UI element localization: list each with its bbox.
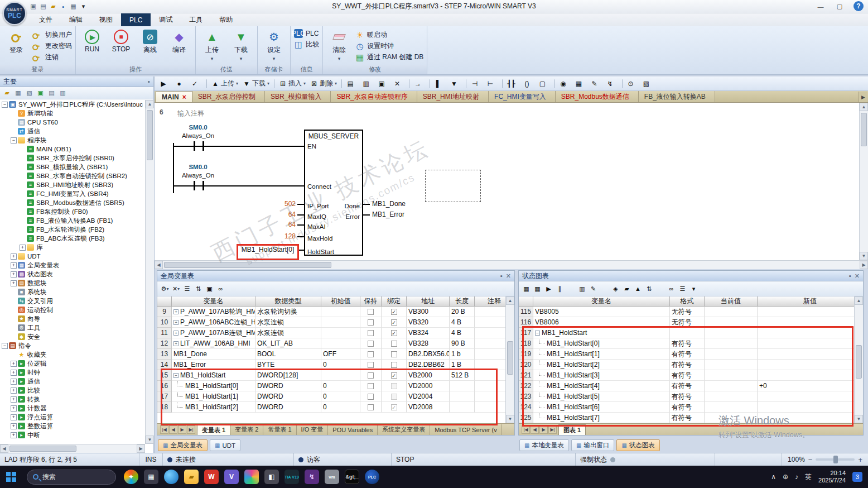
insert-button[interactable]: ⊞ 插入 ▾ [277, 78, 307, 89]
terminal-icon[interactable]: &gt;_ [345, 470, 359, 484]
tree-bit-logic[interactable]: 位逻辑 [0, 359, 145, 368]
tree-expander-icon[interactable] [11, 432, 17, 438]
gvt-column-header[interactable]: 初始值 [321, 296, 360, 307]
tab-sbr-hmi-mapping[interactable]: SBR_HMI地址映射 [417, 91, 489, 102]
panel-button-status-chart[interactable]: ▦状态图表 [616, 439, 659, 451]
tree-expander-icon[interactable] [20, 173, 26, 179]
table-icon[interactable]: ▦ [13, 88, 23, 98]
variable-row[interactable]: 13 MB1_Done BOOL OFF DB2.DBX56.0 1 b [157, 349, 514, 360]
download-button[interactable]: ▼ 下载 ▾ [241, 78, 271, 89]
variable-row[interactable]: 10 P_AWW_106ABC连锁_HMI 水泵连锁 VB320 4 B [157, 317, 514, 328]
bind-checkbox[interactable] [391, 330, 397, 336]
tree-fb2[interactable]: FB_水泵轮询切换 (FB2) [0, 225, 145, 234]
wps-icon[interactable]: W [204, 470, 219, 484]
gvt-column-header[interactable]: 数据类型 [255, 296, 321, 307]
tree-sbr3[interactable]: SBR_HMI地址映射 (SBR3) [0, 180, 145, 189]
pages-icon[interactable]: ▥ [360, 78, 375, 89]
pin-icon[interactable]: ▪ [500, 272, 503, 279]
tree-expander-icon[interactable] [20, 146, 26, 152]
tree-cpu[interactable]: CPU ST60 [0, 118, 145, 127]
tree-expander-icon[interactable] [20, 182, 26, 188]
open-icon[interactable]: ▰ [2, 88, 12, 98]
tree-expander-icon[interactable] [11, 352, 17, 358]
run-button[interactable]: RUN [79, 28, 105, 54]
bind-checkbox[interactable] [391, 362, 397, 368]
tray-chevron-icon[interactable]: ∧ [771, 473, 776, 481]
addressing-icon[interactable]: ◉ [558, 78, 572, 89]
tree-expander-icon[interactable] [11, 361, 17, 367]
variable-row[interactable]: 18 MB1_HoldStart[2] DWORD 0 VD2008 [157, 402, 514, 413]
done-operand[interactable]: MB1_Done [372, 200, 406, 208]
tree-expander-icon[interactable] [2, 102, 8, 108]
tree-udt[interactable]: UDT [0, 252, 145, 261]
row-expander-icon[interactable] [173, 320, 179, 325]
tree-fb0[interactable]: FB泵控制块 (FB0) [0, 207, 145, 216]
pause-icon[interactable]: ∥ [555, 284, 565, 294]
value-maxiq[interactable]: 64 [262, 210, 296, 218]
login-button[interactable]: 登录 [3, 28, 29, 56]
editor-toolbar-button[interactable] [274, 79, 274, 88]
run-icon[interactable]: ▶ [158, 78, 172, 89]
zoom-icon[interactable]: ⊙ [625, 78, 640, 89]
tab-fc-hmi-write[interactable]: FC_HMI变量写入 [489, 91, 556, 102]
status-row[interactable]: 117 MB1_HoldStart [519, 328, 863, 338]
bookmark-icon[interactable]: ▌ [433, 78, 447, 89]
close-icon[interactable]: ✕ [855, 272, 860, 280]
smart-plc-icon[interactable]: PLC [365, 470, 379, 484]
next-tab-icon[interactable]: ▶ [178, 425, 186, 434]
zoom-control[interactable]: 100% − + [782, 453, 868, 466]
list-icon[interactable]: ▤ [47, 88, 56, 98]
goto-icon[interactable]: → [412, 78, 427, 89]
row-expander-icon[interactable] [173, 373, 179, 378]
tree-expander-icon[interactable] [20, 155, 26, 161]
tree-whats-new[interactable]: 新增功能 [0, 109, 145, 118]
panel-button-output-window[interactable]: ▦输出窗口 [571, 439, 614, 451]
row-expander-icon[interactable] [535, 331, 540, 336]
menu-view[interactable]: 视图 [91, 13, 121, 26]
link-icon[interactable]: ∞ [667, 284, 676, 294]
gvt-vertical-scrollbar[interactable]: ▲ ▼ [505, 296, 514, 423]
tree-sbr2[interactable]: SBR_水泵自动连锁控制 (SBR2) [0, 171, 145, 180]
gvt-tab-modbus[interactable]: Modbus TCP Server (v [430, 424, 501, 435]
tree-expander-icon[interactable] [11, 289, 17, 295]
next-tab-icon[interactable]: ▶ [539, 425, 548, 434]
upload-button[interactable]: 上传 ▾ [199, 28, 225, 63]
tree-expander-icon[interactable] [20, 200, 26, 206]
upload-button[interactable]: ▲ 上传 ▾ [210, 78, 240, 89]
editor-vertical-scrollbar[interactable]: ▲ ▼ [859, 103, 868, 260]
tree-clock[interactable]: 时钟 [0, 368, 145, 377]
editor-toolbar-button[interactable] [206, 79, 207, 88]
contact-address[interactable]: SM0.0 [179, 124, 218, 131]
design-app-icon[interactable]: ↯ [305, 470, 319, 484]
retain-checkbox[interactable] [368, 341, 374, 347]
tree-favorites[interactable]: 收藏夹 [0, 350, 145, 359]
tree-main-ob1[interactable]: MAIN (OB1) [0, 145, 145, 154]
tree-expander-icon[interactable] [11, 387, 17, 394]
zoom-out-icon[interactable]: − [808, 456, 813, 464]
tab-sbr-pump-interlock[interactable]: SBR_水泵自动连锁程序 [331, 91, 417, 102]
status-row[interactable]: 121 MB1_HoldStart[3] 有符号 [519, 370, 863, 381]
tree-global-variable-table[interactable]: 全局变量表 [0, 261, 145, 270]
sc-column-header[interactable]: 当前值 [705, 296, 758, 307]
row-expander-icon[interactable] [173, 331, 179, 336]
retain-checkbox[interactable] [368, 362, 374, 368]
grid-icon[interactable]: ▥ [58, 88, 67, 98]
photos-icon[interactable] [244, 470, 259, 484]
value-maxhold[interactable]: 128 [262, 232, 296, 240]
bind-checkbox[interactable] [391, 351, 397, 357]
lock-icon[interactable]: ◈ [611, 284, 620, 294]
clear-button[interactable]: 清除 ▾ [326, 28, 352, 63]
zoom-slider[interactable] [816, 458, 855, 461]
tree-horizontal-scrollbar[interactable]: ◀ ▶ [0, 444, 145, 453]
tree-expander-icon[interactable] [20, 218, 26, 224]
tree-integer-math[interactable]: 整数运算 [0, 422, 145, 430]
link-icon[interactable]: ∞ [216, 284, 225, 294]
taskbar-search[interactable]: 搜索 [27, 470, 116, 485]
gvt-tab-pou[interactable]: POU Variables [328, 424, 378, 435]
tree-fb1[interactable]: FB_液位输入转换AB (FB1) [0, 216, 145, 225]
set-clock-button[interactable]: 设置时钟 [355, 41, 423, 51]
change-password-button[interactable]: 更改密码 [32, 41, 72, 51]
tree-expander-icon[interactable] [11, 423, 17, 429]
retain-checkbox[interactable] [368, 383, 374, 389]
pen-icon[interactable]: ✎ [589, 284, 598, 294]
